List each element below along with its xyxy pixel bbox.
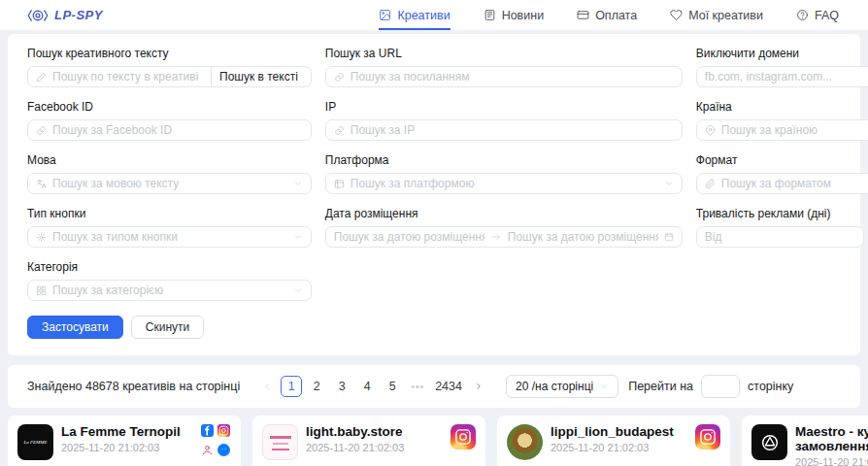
filter-url: Пошук за URL — [325, 47, 683, 87]
results-grid: La FEMME La Femme Ternopil 2025-11-20 21… — [8, 416, 868, 466]
country-input[interactable] — [721, 123, 868, 137]
category-input[interactable] — [52, 283, 287, 297]
card-title[interactable]: lippi_lion_budapest — [551, 424, 687, 439]
page-button-2[interactable]: 2 — [306, 376, 327, 397]
filter-creative-text: Пошук креативного тексту Пошук в тексті — [27, 47, 312, 87]
page-button-5[interactable]: 5 — [382, 376, 403, 397]
filter-platform: Платформа — [325, 153, 683, 194]
chevron-down-icon — [293, 179, 303, 188]
results-summary: Знайдено 48678 креативів на сторінці — [27, 380, 240, 393]
goto-page: Перейти на сторінку — [628, 375, 793, 398]
chevron-left-icon — [262, 382, 272, 391]
page-size-value: 20 /на сторінці — [516, 380, 593, 393]
category-grid-icon — [36, 285, 47, 296]
instagram-icon[interactable] — [451, 424, 476, 449]
format-input[interactable] — [721, 177, 868, 190]
instagram-icon[interactable] — [217, 424, 230, 437]
platform-input[interactable] — [351, 177, 658, 190]
card-title[interactable]: light.baby.store — [306, 424, 443, 439]
filter-ip: IP — [325, 100, 683, 141]
category-select[interactable] — [27, 280, 312, 301]
mode-value: Пошук в тексті — [219, 70, 298, 83]
tab-label: FAQ — [815, 9, 839, 22]
window-icon — [334, 179, 345, 189]
creative-card[interactable]: La FEMME La Femme Ternopil 2025-11-20 21… — [8, 416, 241, 466]
filter-facebook-id: Facebook ID — [27, 100, 312, 141]
page-button-3[interactable]: 3 — [331, 376, 352, 397]
tab-news[interactable]: Новини — [484, 0, 545, 30]
page-size-select[interactable]: 20 /на сторінці — [506, 375, 618, 398]
filter-duration: Тривалість реклами (дні) — [696, 207, 868, 248]
tab-creatives[interactable]: Креативи — [379, 0, 450, 30]
page-button-last[interactable]: 2434 — [432, 376, 465, 397]
goto-label-before: Перейти на — [628, 380, 693, 393]
filter-category: Категорія — [27, 260, 312, 301]
creative-text-input[interactable] — [52, 70, 203, 83]
platform-select[interactable] — [325, 173, 683, 194]
tab-faq[interactable]: FAQ — [796, 0, 839, 30]
chevron-down-icon — [293, 232, 303, 242]
tab-payment[interactable]: Оплата — [577, 0, 637, 30]
gear-icon — [36, 232, 47, 243]
instagram-icon[interactable] — [695, 424, 720, 449]
filter-country: Країна — [696, 100, 868, 141]
chevron-down-icon — [664, 179, 674, 188]
date-to-input[interactable] — [508, 230, 658, 244]
arrow-right-icon — [490, 232, 502, 242]
date-from-input[interactable] — [334, 230, 484, 244]
brand-logo[interactable]: LP-SPY — [27, 8, 103, 23]
filter-label: Формат — [696, 153, 868, 167]
link-icon — [36, 125, 47, 136]
tab-label: Креативи — [397, 9, 450, 22]
page-button-4[interactable]: 4 — [356, 376, 378, 397]
filter-label: IP — [325, 100, 683, 114]
next-page-button[interactable] — [469, 376, 488, 397]
link-icon — [334, 72, 345, 83]
app-header: LP-SPY Креативи Новини Оплата Мої креати… — [0, 0, 868, 30]
goto-page-input[interactable] — [701, 375, 740, 398]
facebook-icon[interactable] — [201, 424, 214, 437]
apply-button[interactable]: Застосувати — [27, 316, 123, 339]
page-button-1[interactable]: 1 — [281, 376, 302, 397]
avatar — [751, 424, 787, 460]
card-title-line2[interactable]: замовлення в Ужго — [795, 439, 868, 453]
tab-my-creatives[interactable]: Мої креативи — [670, 0, 763, 30]
calendar-icon — [664, 232, 674, 242]
main-nav: Креативи Новини Оплата Мої креативи FAQ — [379, 0, 839, 30]
card-date: 2025-11-20 21:02:03 — [306, 442, 443, 453]
emblem-icon — [759, 432, 781, 453]
reset-button[interactable]: Скинути — [131, 316, 204, 339]
creative-card[interactable]: Maestro - кухні, ме замовлення в Ужго 20… — [742, 416, 868, 466]
chevron-down-icon — [293, 285, 303, 295]
filter-button-type: Тип кнопки — [27, 207, 312, 248]
image-icon — [379, 9, 391, 21]
card-title[interactable]: La Femme Ternopil — [61, 424, 193, 439]
filter-label: Мова — [27, 153, 312, 167]
facebook-id-input[interactable] — [52, 123, 303, 137]
creative-card[interactable]: lippi_lion_budapest 2025-11-20 21:02:03 … — [497, 416, 730, 466]
text-search-mode-select[interactable]: Пошук в тексті — [212, 66, 312, 87]
button-type-select[interactable] — [27, 226, 312, 248]
duration-from-input[interactable] — [705, 230, 855, 244]
exclude-domains-input[interactable] — [705, 70, 868, 83]
language-select[interactable] — [27, 173, 312, 194]
help-circle-icon — [796, 9, 809, 21]
avatar — [507, 424, 543, 460]
translate-icon — [36, 179, 47, 189]
filter-label: Пошук креативного тексту — [27, 47, 312, 60]
filter-label: Пошук за URL — [325, 47, 683, 60]
date-range-picker[interactable] — [325, 226, 683, 248]
filter-label: Дата розміщення — [325, 207, 683, 220]
chevron-right-icon — [474, 382, 484, 391]
card-title[interactable]: Maestro - кухні, ме — [795, 424, 868, 439]
messenger-icon[interactable] — [217, 444, 230, 456]
button-type-input[interactable] — [52, 230, 287, 244]
creative-card[interactable]: light.baby.store 2025-11-20 21:02:03 3 d… — [252, 416, 485, 466]
pagination-ellipsis[interactable]: ••• — [407, 376, 428, 397]
url-input[interactable] — [351, 70, 674, 83]
profile-icon[interactable] — [201, 444, 214, 456]
prev-page-button[interactable] — [257, 376, 277, 397]
map-pin-icon — [705, 125, 716, 136]
language-input[interactable] — [52, 177, 287, 190]
ip-input[interactable] — [351, 123, 674, 137]
